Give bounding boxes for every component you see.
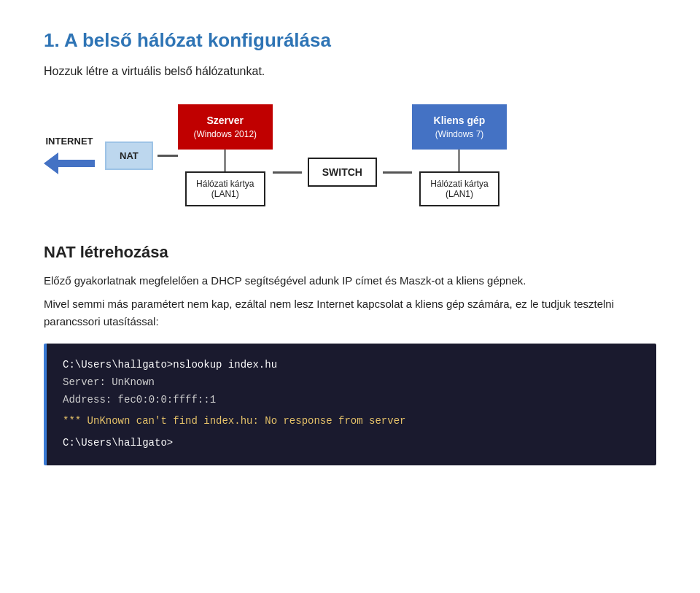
terminal-address-label: Address: bbox=[63, 394, 112, 406]
terminal-server-label: Server: bbox=[63, 376, 106, 388]
body-text-1: Előző gyakorlatnak megfelelően a DHCP se… bbox=[44, 272, 656, 290]
nat-section-heading: NAT létrehozása bbox=[44, 243, 656, 262]
connector-nat-server bbox=[158, 155, 178, 157]
nic-client-box: Hálózati kártya (LAN1) bbox=[419, 171, 499, 206]
nic-client-label: Hálózati kártya bbox=[429, 179, 489, 189]
connector-server-nic bbox=[224, 150, 226, 171]
client-top-label: Kliens gép bbox=[427, 115, 492, 126]
svg-marker-0 bbox=[44, 152, 95, 174]
terminal-warning: *** UnKnown can't find index.hu: No resp… bbox=[63, 415, 405, 427]
server-box: Szerver (Windows 2012) bbox=[178, 104, 273, 150]
switch-box: SWITCH bbox=[308, 158, 377, 187]
page-title: 1. A belső hálózat konfigurálása bbox=[44, 29, 656, 52]
nic-client-sub: (LAN1) bbox=[429, 189, 489, 199]
terminal-line-3: Address: fec0:0:0:ffff::1 bbox=[63, 392, 640, 409]
internet-label: INTERNET bbox=[46, 136, 93, 147]
nic-server-label: Hálózati kártya bbox=[195, 179, 255, 189]
terminal-server-value: UnKnown bbox=[106, 376, 155, 388]
client-box: Kliens gép (Windows 7) bbox=[412, 104, 507, 150]
subtitle: Hozzuk létre a virtuális belső hálózatun… bbox=[44, 65, 656, 78]
body-text-2: Mivel semmi más paramétert nem kap, ezál… bbox=[44, 295, 656, 330]
terminal-block: C:\Users\hallgato>nslookup index.hu Serv… bbox=[44, 344, 656, 465]
nic-server-sub: (LAN1) bbox=[195, 189, 255, 199]
terminal-prompt: C:\Users\hallgato> bbox=[63, 437, 173, 449]
nat-group: NAT bbox=[105, 142, 153, 170]
client-bottom-label: (Windows 7) bbox=[427, 129, 492, 139]
terminal-line-2: Server: UnKnown bbox=[63, 374, 640, 392]
nat-box: NAT bbox=[105, 142, 153, 170]
client-group: Kliens gép (Windows 7) Hálózati kártya (… bbox=[412, 104, 507, 206]
connector-client-nic bbox=[458, 150, 460, 171]
server-bottom-label: (Windows 2012) bbox=[192, 129, 258, 139]
terminal-address-value: fec0:0:0:ffff::1 bbox=[112, 394, 216, 406]
internet-arrow-icon bbox=[44, 151, 95, 176]
server-top-label: Szerver bbox=[192, 115, 258, 126]
nic-server-box: Hálózati kártya (LAN1) bbox=[185, 171, 265, 206]
internet-group: INTERNET bbox=[44, 136, 95, 176]
connector-switch-client bbox=[383, 171, 412, 174]
network-diagram: INTERNET NAT Szerver (Windows 2012) Háló… bbox=[44, 104, 656, 206]
terminal-line-4: *** UnKnown can't find index.hu: No resp… bbox=[63, 413, 640, 430]
server-group: Szerver (Windows 2012) Hálózati kártya (… bbox=[178, 104, 273, 206]
terminal-line-1: C:\Users\hallgato>nslookup index.hu bbox=[63, 357, 640, 374]
switch-group: SWITCH bbox=[308, 158, 377, 187]
terminal-line-5: C:\Users\hallgato> bbox=[63, 435, 640, 452]
connector-server-switch bbox=[273, 155, 302, 157]
